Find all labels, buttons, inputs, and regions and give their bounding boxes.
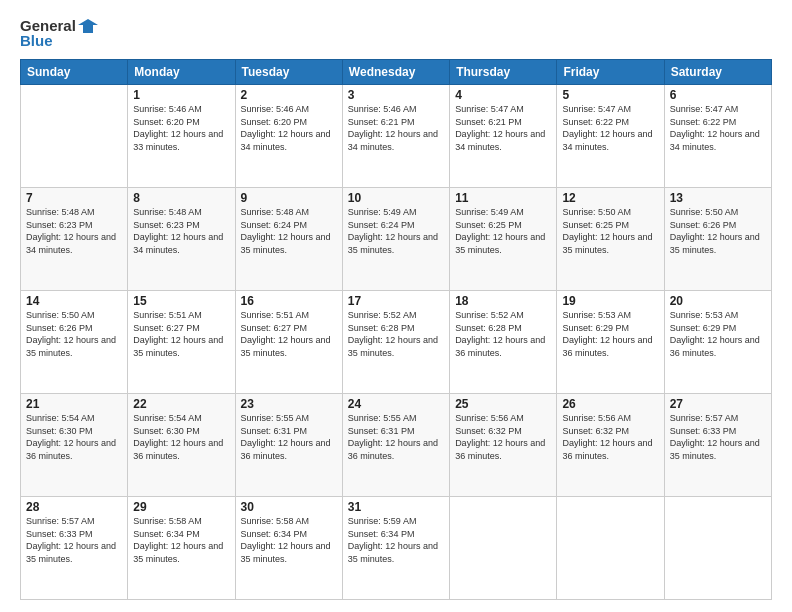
day-number: 9: [241, 191, 337, 205]
day-info: Sunrise: 5:58 AMSunset: 6:34 PMDaylight:…: [133, 515, 229, 565]
calendar-cell: 24Sunrise: 5:55 AMSunset: 6:31 PMDayligh…: [342, 394, 449, 497]
day-number: 5: [562, 88, 658, 102]
calendar-cell: 17Sunrise: 5:52 AMSunset: 6:28 PMDayligh…: [342, 291, 449, 394]
day-info: Sunrise: 5:49 AMSunset: 6:24 PMDaylight:…: [348, 206, 444, 256]
day-info: Sunrise: 5:47 AMSunset: 6:22 PMDaylight:…: [562, 103, 658, 153]
week-row-5: 28Sunrise: 5:57 AMSunset: 6:33 PMDayligh…: [21, 497, 772, 600]
calendar-cell: 5Sunrise: 5:47 AMSunset: 6:22 PMDaylight…: [557, 85, 664, 188]
day-info: Sunrise: 5:46 AMSunset: 6:20 PMDaylight:…: [133, 103, 229, 153]
calendar-cell: 26Sunrise: 5:56 AMSunset: 6:32 PMDayligh…: [557, 394, 664, 497]
calendar-cell: 23Sunrise: 5:55 AMSunset: 6:31 PMDayligh…: [235, 394, 342, 497]
calendar-cell: 13Sunrise: 5:50 AMSunset: 6:26 PMDayligh…: [664, 188, 771, 291]
logo-text-block: General Blue: [20, 18, 98, 49]
day-info: Sunrise: 5:50 AMSunset: 6:25 PMDaylight:…: [562, 206, 658, 256]
day-info: Sunrise: 5:55 AMSunset: 6:31 PMDaylight:…: [348, 412, 444, 462]
calendar-cell: 8Sunrise: 5:48 AMSunset: 6:23 PMDaylight…: [128, 188, 235, 291]
day-number: 24: [348, 397, 444, 411]
day-info: Sunrise: 5:57 AMSunset: 6:33 PMDaylight:…: [670, 412, 766, 462]
calendar-cell: 14Sunrise: 5:50 AMSunset: 6:26 PMDayligh…: [21, 291, 128, 394]
day-info: Sunrise: 5:51 AMSunset: 6:27 PMDaylight:…: [133, 309, 229, 359]
calendar-cell: 25Sunrise: 5:56 AMSunset: 6:32 PMDayligh…: [450, 394, 557, 497]
calendar-cell: 19Sunrise: 5:53 AMSunset: 6:29 PMDayligh…: [557, 291, 664, 394]
weekday-header-tuesday: Tuesday: [235, 60, 342, 85]
weekday-header-monday: Monday: [128, 60, 235, 85]
header: General Blue: [20, 18, 772, 49]
day-info: Sunrise: 5:47 AMSunset: 6:22 PMDaylight:…: [670, 103, 766, 153]
logo-blue: Blue: [20, 33, 53, 50]
day-info: Sunrise: 5:49 AMSunset: 6:25 PMDaylight:…: [455, 206, 551, 256]
day-number: 10: [348, 191, 444, 205]
calendar-cell: [450, 497, 557, 600]
day-number: 11: [455, 191, 551, 205]
day-info: Sunrise: 5:51 AMSunset: 6:27 PMDaylight:…: [241, 309, 337, 359]
day-number: 31: [348, 500, 444, 514]
calendar-cell: 11Sunrise: 5:49 AMSunset: 6:25 PMDayligh…: [450, 188, 557, 291]
day-info: Sunrise: 5:53 AMSunset: 6:29 PMDaylight:…: [670, 309, 766, 359]
weekday-header-wednesday: Wednesday: [342, 60, 449, 85]
week-row-2: 7Sunrise: 5:48 AMSunset: 6:23 PMDaylight…: [21, 188, 772, 291]
day-info: Sunrise: 5:57 AMSunset: 6:33 PMDaylight:…: [26, 515, 122, 565]
day-number: 7: [26, 191, 122, 205]
day-number: 12: [562, 191, 658, 205]
calendar-cell: [21, 85, 128, 188]
day-number: 16: [241, 294, 337, 308]
day-number: 25: [455, 397, 551, 411]
day-number: 26: [562, 397, 658, 411]
day-number: 28: [26, 500, 122, 514]
calendar-cell: 27Sunrise: 5:57 AMSunset: 6:33 PMDayligh…: [664, 394, 771, 497]
day-number: 2: [241, 88, 337, 102]
day-info: Sunrise: 5:47 AMSunset: 6:21 PMDaylight:…: [455, 103, 551, 153]
day-number: 1: [133, 88, 229, 102]
calendar-cell: [557, 497, 664, 600]
day-number: 29: [133, 500, 229, 514]
day-number: 14: [26, 294, 122, 308]
day-info: Sunrise: 5:48 AMSunset: 6:23 PMDaylight:…: [133, 206, 229, 256]
page: General Blue SundayMondayTuesdayWednesda…: [0, 0, 792, 612]
day-info: Sunrise: 5:56 AMSunset: 6:32 PMDaylight:…: [455, 412, 551, 462]
calendar-cell: 7Sunrise: 5:48 AMSunset: 6:23 PMDaylight…: [21, 188, 128, 291]
calendar-cell: 16Sunrise: 5:51 AMSunset: 6:27 PMDayligh…: [235, 291, 342, 394]
day-info: Sunrise: 5:48 AMSunset: 6:24 PMDaylight:…: [241, 206, 337, 256]
day-info: Sunrise: 5:50 AMSunset: 6:26 PMDaylight:…: [26, 309, 122, 359]
day-number: 8: [133, 191, 229, 205]
day-info: Sunrise: 5:50 AMSunset: 6:26 PMDaylight:…: [670, 206, 766, 256]
day-info: Sunrise: 5:46 AMSunset: 6:20 PMDaylight:…: [241, 103, 337, 153]
day-number: 3: [348, 88, 444, 102]
day-info: Sunrise: 5:52 AMSunset: 6:28 PMDaylight:…: [455, 309, 551, 359]
day-info: Sunrise: 5:48 AMSunset: 6:23 PMDaylight:…: [26, 206, 122, 256]
calendar-cell: 4Sunrise: 5:47 AMSunset: 6:21 PMDaylight…: [450, 85, 557, 188]
calendar-cell: [664, 497, 771, 600]
day-info: Sunrise: 5:52 AMSunset: 6:28 PMDaylight:…: [348, 309, 444, 359]
day-number: 15: [133, 294, 229, 308]
weekday-header-row: SundayMondayTuesdayWednesdayThursdayFrid…: [21, 60, 772, 85]
calendar-cell: 1Sunrise: 5:46 AMSunset: 6:20 PMDaylight…: [128, 85, 235, 188]
week-row-1: 1Sunrise: 5:46 AMSunset: 6:20 PMDaylight…: [21, 85, 772, 188]
weekday-header-saturday: Saturday: [664, 60, 771, 85]
calendar-cell: 29Sunrise: 5:58 AMSunset: 6:34 PMDayligh…: [128, 497, 235, 600]
day-number: 6: [670, 88, 766, 102]
weekday-header-sunday: Sunday: [21, 60, 128, 85]
calendar-cell: 22Sunrise: 5:54 AMSunset: 6:30 PMDayligh…: [128, 394, 235, 497]
weekday-header-friday: Friday: [557, 60, 664, 85]
week-row-4: 21Sunrise: 5:54 AMSunset: 6:30 PMDayligh…: [21, 394, 772, 497]
calendar-cell: 28Sunrise: 5:57 AMSunset: 6:33 PMDayligh…: [21, 497, 128, 600]
day-number: 20: [670, 294, 766, 308]
day-info: Sunrise: 5:54 AMSunset: 6:30 PMDaylight:…: [133, 412, 229, 462]
day-info: Sunrise: 5:56 AMSunset: 6:32 PMDaylight:…: [562, 412, 658, 462]
day-info: Sunrise: 5:55 AMSunset: 6:31 PMDaylight:…: [241, 412, 337, 462]
calendar-cell: 10Sunrise: 5:49 AMSunset: 6:24 PMDayligh…: [342, 188, 449, 291]
day-number: 27: [670, 397, 766, 411]
week-row-3: 14Sunrise: 5:50 AMSunset: 6:26 PMDayligh…: [21, 291, 772, 394]
day-number: 21: [26, 397, 122, 411]
day-number: 13: [670, 191, 766, 205]
day-number: 4: [455, 88, 551, 102]
calendar-cell: 9Sunrise: 5:48 AMSunset: 6:24 PMDaylight…: [235, 188, 342, 291]
day-number: 22: [133, 397, 229, 411]
calendar-cell: 31Sunrise: 5:59 AMSunset: 6:34 PMDayligh…: [342, 497, 449, 600]
day-info: Sunrise: 5:54 AMSunset: 6:30 PMDaylight:…: [26, 412, 122, 462]
day-number: 18: [455, 294, 551, 308]
calendar-cell: 15Sunrise: 5:51 AMSunset: 6:27 PMDayligh…: [128, 291, 235, 394]
calendar-table: SundayMondayTuesdayWednesdayThursdayFrid…: [20, 59, 772, 600]
calendar-cell: 20Sunrise: 5:53 AMSunset: 6:29 PMDayligh…: [664, 291, 771, 394]
day-info: Sunrise: 5:46 AMSunset: 6:21 PMDaylight:…: [348, 103, 444, 153]
